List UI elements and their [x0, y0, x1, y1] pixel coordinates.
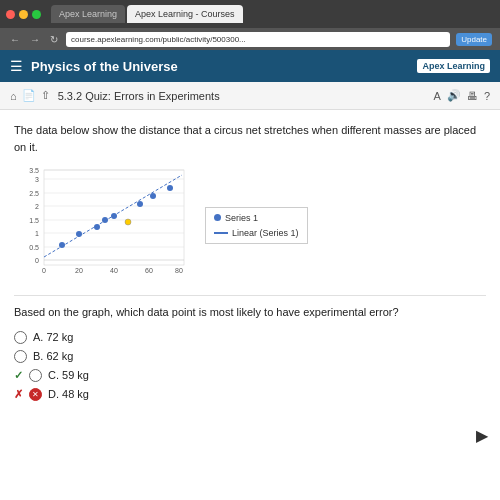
chart-area: 0 0.5 1 1.5 2 2.5 3 3.5 0 20 40 60 80 [14, 165, 199, 285]
apex-logo: Apex Learning [417, 59, 490, 73]
option-b-label: B. 62 kg [33, 350, 73, 362]
option-d[interactable]: ✗ D. 48 kg [14, 388, 486, 401]
question1-text: The data below show the distance that a … [14, 122, 486, 155]
svg-text:2: 2 [35, 203, 39, 210]
option-d-label: D. 48 kg [48, 388, 89, 400]
radio-c[interactable] [29, 369, 42, 382]
help-icon[interactable]: ? [484, 90, 490, 102]
menu-icon[interactable]: ☰ [10, 58, 23, 74]
wrong-x-icon: ✗ [14, 388, 23, 401]
data-point-4 [102, 217, 108, 223]
svg-text:0: 0 [35, 257, 39, 264]
maximize-button[interactable] [32, 10, 41, 19]
svg-text:2.5: 2.5 [29, 190, 39, 197]
data-point-3 [94, 224, 100, 230]
back-button[interactable]: ← [8, 34, 22, 45]
svg-text:20: 20 [75, 267, 83, 274]
option-a[interactable]: A. 72 kg [14, 331, 486, 344]
legend-series: Series 1 [214, 213, 299, 223]
option-c[interactable]: ✓ C. 59 kg [14, 369, 486, 382]
chart-legend: Series 1 Linear (Series 1) [205, 207, 308, 244]
close-button[interactable] [6, 10, 15, 19]
svg-text:40: 40 [110, 267, 118, 274]
svg-text:1.5: 1.5 [29, 217, 39, 224]
breadcrumb: 5.3.2 Quiz: Errors in Experiments [58, 90, 426, 102]
tab-apex-learning[interactable]: Apex Learning [51, 5, 125, 23]
radio-b[interactable] [14, 350, 27, 363]
legend-dot-icon [214, 214, 221, 221]
header-right: Apex Learning [417, 59, 490, 73]
legend-series-label: Series 1 [225, 213, 258, 223]
svg-text:0.5: 0.5 [29, 244, 39, 251]
audio-icon[interactable]: 🔊 [447, 89, 461, 102]
option-a-label: A. 72 kg [33, 331, 73, 343]
forward-button[interactable]: → [28, 34, 42, 45]
book-icon[interactable]: 📄 [22, 89, 36, 102]
upload-icon[interactable]: ⇧ [41, 89, 50, 102]
svg-text:1: 1 [35, 230, 39, 237]
data-point-6 [137, 201, 143, 207]
chart-container: 0 0.5 1 1.5 2 2.5 3 3.5 0 20 40 60 80 [14, 165, 486, 285]
data-point-8 [167, 185, 173, 191]
options-list: A. 72 kg B. 62 kg ✓ C. 59 kg ✗ D. 48 kg [14, 331, 486, 401]
address-input[interactable]: course.apexlearning.com/public/activity/… [66, 32, 450, 47]
update-button[interactable]: Update [456, 33, 492, 46]
app-header: ☰ Physics of the Universe Apex Learning [0, 50, 500, 82]
home-icon[interactable]: ⌂ [10, 90, 17, 102]
option-c-label: C. 59 kg [48, 369, 89, 381]
data-point-5 [111, 213, 117, 219]
radio-d[interactable] [29, 388, 42, 401]
correct-check-icon: ✓ [14, 369, 23, 382]
sub-header-actions: A 🔊 🖶 ? [434, 89, 490, 102]
option-b[interactable]: B. 62 kg [14, 350, 486, 363]
address-bar: ← → ↻ course.apexlearning.com/public/act… [0, 28, 500, 50]
legend-linear: Linear (Series 1) [214, 228, 299, 238]
chart-svg: 0 0.5 1 1.5 2 2.5 3 3.5 0 20 40 60 80 [14, 165, 199, 285]
tab-apex-courses[interactable]: Apex Learning - Courses [127, 5, 243, 23]
svg-text:60: 60 [145, 267, 153, 274]
data-point-1 [59, 242, 65, 248]
header-left: ☰ Physics of the Universe [10, 58, 178, 74]
minimize-button[interactable] [19, 10, 28, 19]
legend-linear-label: Linear (Series 1) [232, 228, 299, 238]
cursor: ▶ [476, 426, 488, 445]
print-icon[interactable]: 🖶 [467, 90, 478, 102]
traffic-lights [6, 10, 41, 19]
svg-text:3.5: 3.5 [29, 167, 39, 174]
data-point-outlier [125, 219, 131, 225]
question2-text: Based on the graph, which data point is … [14, 295, 486, 321]
app-title: Physics of the Universe [31, 59, 178, 74]
tab-bar: Apex Learning Apex Learning - Courses [51, 3, 494, 25]
refresh-button[interactable]: ↻ [48, 34, 60, 45]
translate-icon[interactable]: A [434, 90, 441, 102]
legend-line-icon [214, 232, 228, 234]
svg-text:0: 0 [42, 267, 46, 274]
svg-text:80: 80 [175, 267, 183, 274]
sub-header-icons: ⌂ 📄 ⇧ [10, 89, 50, 102]
sub-header: ⌂ 📄 ⇧ 5.3.2 Quiz: Errors in Experiments … [0, 82, 500, 110]
data-point-2 [76, 231, 82, 237]
data-point-7 [150, 193, 156, 199]
radio-a[interactable] [14, 331, 27, 344]
main-content: The data below show the distance that a … [0, 110, 500, 500]
browser-chrome: Apex Learning Apex Learning - Courses [0, 0, 500, 28]
svg-text:3: 3 [35, 176, 39, 183]
